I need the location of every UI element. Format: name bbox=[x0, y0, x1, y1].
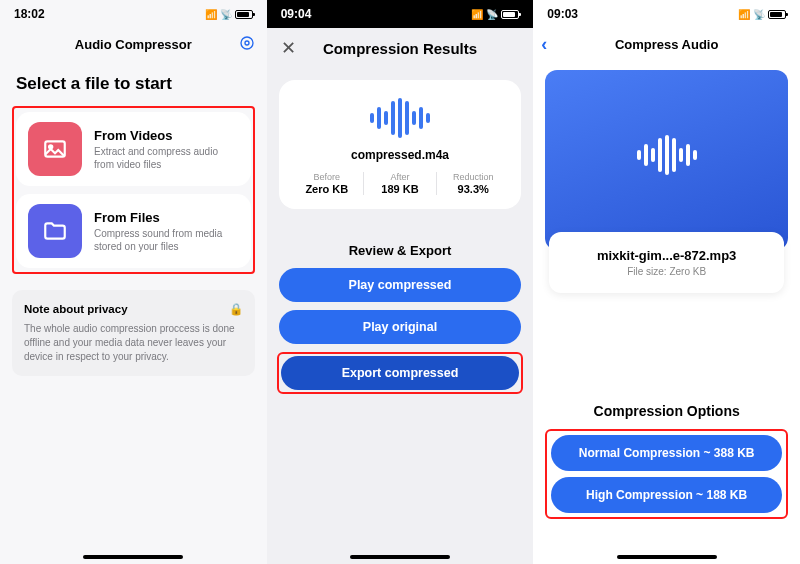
play-compressed-button[interactable]: Play compressed bbox=[279, 268, 522, 302]
svg-point-1 bbox=[245, 41, 249, 45]
svg-point-0 bbox=[241, 37, 253, 49]
export-compressed-button[interactable]: Export compressed bbox=[281, 356, 520, 390]
waveform-icon bbox=[291, 98, 510, 138]
export-highlight: Export compressed bbox=[277, 352, 524, 394]
battery-icon bbox=[235, 10, 253, 19]
privacy-title: Note about privacy bbox=[24, 303, 128, 315]
normal-compression-button[interactable]: Normal Compression ~ 388 KB bbox=[551, 435, 782, 471]
hero-banner bbox=[545, 70, 788, 250]
status-bar: 09:03 📶 📡 bbox=[533, 0, 800, 28]
option-desc: Compress sound from media stored on your… bbox=[94, 227, 239, 253]
header-title: Audio Compressor bbox=[75, 37, 192, 52]
header-title: Compress Audio bbox=[615, 37, 719, 52]
file-name: mixkit-gim...e-872.mp3 bbox=[561, 248, 772, 263]
modal-header: ✕ Compression Results bbox=[267, 28, 534, 68]
file-size: File size: Zero KB bbox=[561, 266, 772, 277]
stat-reduction-label: Reduction bbox=[437, 172, 509, 182]
status-time: 09:04 bbox=[281, 7, 312, 21]
privacy-note: Note about privacy 🔒 The whole audio com… bbox=[12, 290, 255, 376]
image-icon bbox=[28, 122, 82, 176]
stat-after-label: After bbox=[364, 172, 436, 182]
signal-icon: 📶 bbox=[205, 9, 216, 20]
result-card: compressed.m4a Before Zero KB After 189 … bbox=[279, 80, 522, 209]
result-filename: compressed.m4a bbox=[291, 148, 510, 162]
stats-row: Before Zero KB After 189 KB Reduction 93… bbox=[291, 172, 510, 195]
nav-header: ‹ Compress Audio bbox=[533, 28, 800, 60]
status-right: 📶 📡 bbox=[738, 9, 786, 20]
stat-reduction-value: 93.3% bbox=[437, 183, 509, 195]
screen-compress-audio: 09:03 📶 📡 ‹ Compress Audio mixkit-gim...… bbox=[533, 0, 800, 564]
stat-after-value: 189 KB bbox=[364, 183, 436, 195]
signal-icon: 📶 bbox=[471, 9, 482, 20]
high-compression-button[interactable]: High Compression ~ 188 KB bbox=[551, 477, 782, 513]
status-right: 📶 📡 bbox=[471, 9, 519, 20]
from-videos-option[interactable]: From Videos Extract and compress audio f… bbox=[16, 112, 251, 186]
battery-icon bbox=[768, 10, 786, 19]
option-title: From Files bbox=[94, 210, 239, 225]
status-right: 📶 📡 bbox=[205, 9, 253, 20]
wifi-icon: 📡 bbox=[220, 9, 231, 20]
home-indicator[interactable] bbox=[83, 555, 183, 559]
page-heading: Select a file to start bbox=[16, 74, 251, 94]
review-export-title: Review & Export bbox=[267, 243, 534, 258]
option-desc: Extract and compress audio from video fi… bbox=[94, 145, 239, 171]
status-time: 18:02 bbox=[14, 7, 45, 21]
home-indicator[interactable] bbox=[617, 555, 717, 559]
options-highlight: Normal Compression ~ 388 KB High Compres… bbox=[545, 429, 788, 519]
file-info-card: mixkit-gim...e-872.mp3 File size: Zero K… bbox=[549, 232, 784, 293]
nav-header: Audio Compressor bbox=[0, 28, 267, 60]
play-original-button[interactable]: Play original bbox=[279, 310, 522, 344]
status-bar: 09:04 📶 📡 bbox=[267, 0, 534, 28]
screen-select-file: 18:02 📶 📡 Audio Compressor Select a file… bbox=[0, 0, 267, 564]
screen-compression-results: 09:04 📶 📡 ✕ Compression Results compress… bbox=[267, 0, 534, 564]
close-button[interactable]: ✕ bbox=[281, 37, 296, 59]
modal-title: Compression Results bbox=[323, 40, 477, 57]
status-time: 09:03 bbox=[547, 7, 578, 21]
home-indicator[interactable] bbox=[350, 555, 450, 559]
stat-before-label: Before bbox=[291, 172, 363, 182]
battery-icon bbox=[501, 10, 519, 19]
privacy-text: The whole audio compression proccess is … bbox=[24, 322, 243, 364]
settings-button[interactable] bbox=[239, 35, 255, 54]
folder-icon bbox=[28, 204, 82, 258]
compression-options-title: Compression Options bbox=[545, 403, 788, 419]
options-highlight: From Videos Extract and compress audio f… bbox=[12, 106, 255, 274]
back-button[interactable]: ‹ bbox=[541, 34, 547, 55]
signal-icon: 📶 bbox=[738, 9, 749, 20]
wifi-icon: 📡 bbox=[753, 9, 764, 20]
wifi-icon: 📡 bbox=[486, 9, 497, 20]
option-title: From Videos bbox=[94, 128, 239, 143]
from-files-option[interactable]: From Files Compress sound from media sto… bbox=[16, 194, 251, 268]
lock-icon: 🔒 bbox=[229, 302, 243, 316]
waveform-icon bbox=[637, 135, 697, 175]
status-bar: 18:02 📶 📡 bbox=[0, 0, 267, 28]
stat-before-value: Zero KB bbox=[291, 183, 363, 195]
